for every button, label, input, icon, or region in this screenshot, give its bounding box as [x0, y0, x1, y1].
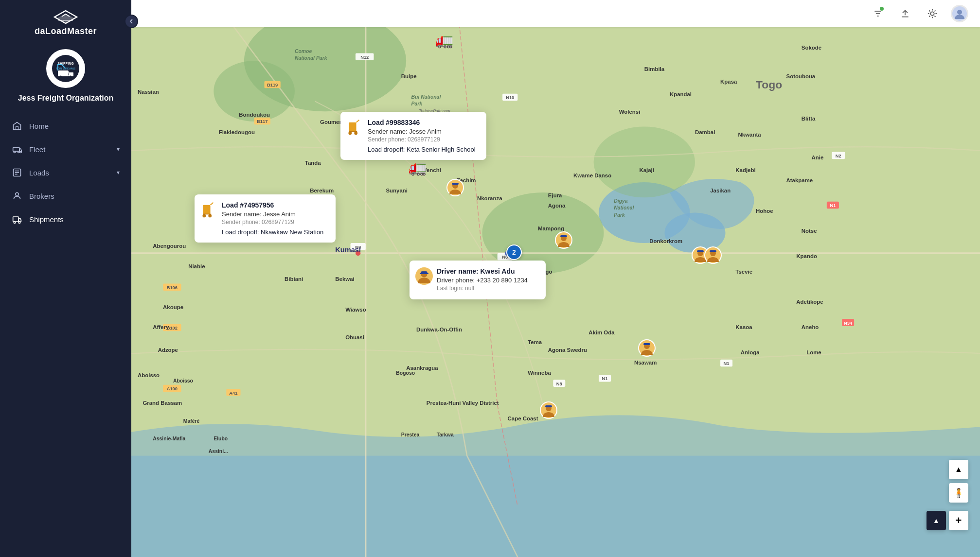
- svg-text:Berekum: Berekum: [310, 188, 334, 193]
- popup-driver-1[interactable]: Driver name: Kwesi Adu Driver phone: +23…: [410, 261, 546, 299]
- svg-text:Park: Park: [614, 212, 625, 218]
- popup-load-2-phone: Sender phone: 0268977129: [222, 219, 327, 226]
- svg-text:FOR DREAMS: FOR DREAMS: [56, 67, 75, 70]
- marker-driver-group[interactable]: [692, 246, 722, 264]
- streetview-button[interactable]: 🧍: [949, 483, 968, 503]
- svg-text:Anie: Anie: [812, 155, 824, 160]
- notification-dot: [880, 7, 884, 11]
- svg-text:Anloga: Anloga: [741, 349, 760, 355]
- svg-text:Winneba: Winneba: [528, 370, 551, 376]
- svg-point-22: [14, 222, 15, 223]
- cluster-count[interactable]: 2: [506, 244, 522, 260]
- svg-text:Sunyani: Sunyani: [386, 188, 408, 193]
- svg-line-174: [211, 203, 214, 205]
- svg-text:Atakpame: Atakpame: [786, 177, 813, 183]
- svg-point-23: [18, 222, 20, 223]
- popup-driver-phone: Driver phone: +233 20 890 1234: [437, 277, 537, 284]
- svg-text:Park: Park: [411, 101, 423, 106]
- svg-text:Assini...: Assini...: [209, 449, 228, 454]
- marker-truck-1[interactable]: 🚛: [435, 33, 453, 48]
- sidebar-item-home[interactable]: Home: [0, 114, 131, 138]
- marker-driver-accra[interactable]: [638, 339, 656, 359]
- svg-text:Akoupe: Akoupe: [163, 304, 183, 310]
- svg-text:Nassian: Nassian: [138, 89, 159, 95]
- svg-point-172: [202, 214, 206, 218]
- svg-text:N1: N1: [830, 203, 836, 208]
- svg-text:Adzope: Adzope: [158, 347, 178, 353]
- popup-driver-name: Driver name: Kwesi Adu: [437, 267, 537, 275]
- map-area[interactable]: N12 N10 N8 N6 A1 B106 B102 A100 Nassian …: [131, 0, 980, 557]
- svg-text:Kpasa: Kpasa: [720, 79, 737, 85]
- svg-text:Bondoukou: Bondoukou: [239, 112, 270, 118]
- svg-text:N10: N10: [506, 95, 514, 100]
- fleet-icon: [12, 144, 22, 155]
- svg-rect-181: [452, 183, 459, 185]
- svg-text:Tsevie: Tsevie: [735, 269, 752, 275]
- svg-point-28: [930, 12, 934, 15]
- svg-text:Agona Swedru: Agona Swedru: [548, 347, 587, 353]
- popup-load-2[interactable]: Load #74957956 Sender name: Jesse Anim S…: [195, 194, 336, 243]
- svg-text:Aboisso: Aboisso: [138, 372, 160, 378]
- sidebar-item-shipments[interactable]: Shipments: [0, 208, 131, 231]
- svg-marker-1: [57, 14, 74, 22]
- filter-button[interactable]: [869, 5, 887, 22]
- marker-truck-2[interactable]: 🚛: [409, 160, 427, 175]
- svg-text:Niable: Niable: [188, 263, 205, 269]
- svg-point-173: [208, 214, 212, 218]
- svg-text:Prestea: Prestea: [401, 432, 420, 437]
- zoom-in-button[interactable]: +: [949, 511, 968, 530]
- svg-text:Hohoe: Hohoe: [756, 208, 773, 214]
- sidebar-item-shipments-label: Shipments: [29, 215, 64, 224]
- sidebar-item-brokers[interactable]: Brokers: [0, 184, 131, 208]
- settings-button[interactable]: [924, 5, 941, 22]
- svg-point-10: [70, 76, 72, 78]
- upload-button[interactable]: [896, 5, 914, 22]
- svg-text:N12: N12: [360, 55, 369, 60]
- svg-text:Kwame Danso: Kwame Danso: [573, 173, 611, 178]
- svg-text:National Park: National Park: [295, 55, 328, 61]
- svg-text:Kajaji: Kajaji: [639, 167, 654, 173]
- svg-text:Asankragua: Asankragua: [406, 365, 438, 371]
- svg-rect-178: [420, 273, 428, 274]
- svg-text:Affery: Affery: [153, 324, 169, 330]
- sidebar-collapse-button[interactable]: [125, 15, 138, 28]
- scroll-indicator[interactable]: ▲: [927, 511, 946, 530]
- popup-load-2-sender: Sender name: Jesse Anim: [222, 210, 327, 218]
- svg-text:Abengourou: Abengourou: [153, 243, 186, 249]
- svg-text:Agona: Agona: [548, 203, 566, 209]
- svg-text:Blitta: Blitta: [802, 116, 816, 122]
- marker-driver-2[interactable]: [555, 231, 572, 251]
- marker-driver-1[interactable]: [446, 179, 464, 198]
- svg-text:National: National: [614, 205, 634, 210]
- svg-text:B119: B119: [267, 83, 278, 87]
- svg-rect-190: [710, 250, 716, 252]
- sidebar-item-fleet[interactable]: Fleet ▾: [0, 138, 131, 161]
- svg-line-33: [929, 10, 930, 11]
- marker-cluster[interactable]: 2: [506, 244, 522, 260]
- svg-point-9: [60, 76, 62, 78]
- svg-text:Kpandai: Kpandai: [670, 91, 692, 97]
- popup-load-1-phone: Sender phone: 0268977129: [368, 136, 478, 143]
- svg-text:Aboisso: Aboisso: [173, 378, 193, 383]
- svg-text:Tanda: Tanda: [305, 160, 321, 166]
- svg-text:Sotouboua: Sotouboua: [786, 73, 816, 79]
- sidebar-nav: Home Fleet ▾: [0, 114, 131, 231]
- popup-driver-login: Last login: null: [437, 285, 537, 292]
- svg-rect-11: [16, 127, 18, 130]
- svg-text:Bui National: Bui National: [411, 94, 442, 100]
- svg-text:Nkwanta: Nkwanta: [738, 132, 762, 138]
- svg-text:Kadjebi: Kadjebi: [735, 167, 755, 173]
- svg-line-35: [934, 10, 935, 11]
- topbar-icons: [869, 5, 968, 22]
- marker-driver-cape-coast[interactable]: [540, 401, 557, 421]
- topbar: [131, 0, 980, 27]
- popup-load-1[interactable]: Load #99883346 Sender name: Jesse Anim S…: [340, 112, 486, 160]
- sidebar-item-loads[interactable]: Loads ▾: [0, 161, 131, 184]
- svg-point-13: [14, 151, 15, 153]
- svg-text:Nkoranza: Nkoranza: [477, 195, 502, 201]
- user-avatar[interactable]: [951, 5, 968, 22]
- svg-text:Mampong: Mampong: [538, 226, 564, 231]
- pan-up-button[interactable]: ▲: [949, 460, 968, 479]
- sidebar-item-home-label: Home: [29, 122, 49, 130]
- app-name: daLoadMaster: [35, 26, 97, 36]
